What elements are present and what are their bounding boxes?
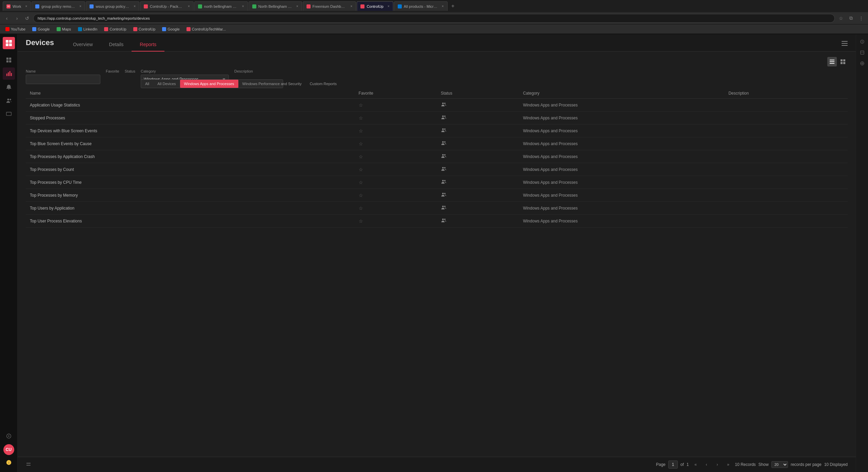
right-icon-3-icon bbox=[860, 61, 865, 66]
tab-close[interactable]: × bbox=[77, 4, 81, 8]
list-view-button[interactable] bbox=[827, 57, 837, 66]
svg-rect-8 bbox=[6, 74, 7, 76]
reload-button[interactable]: ↺ bbox=[23, 14, 31, 22]
row-favorite-7[interactable]: ☆ bbox=[355, 189, 437, 202]
header-menu-button[interactable] bbox=[842, 41, 848, 47]
bookmark-google2[interactable]: Google bbox=[159, 25, 182, 33]
star-icon[interactable]: ☆ bbox=[359, 141, 363, 146]
row-name-7[interactable]: Top Processes by Memory bbox=[26, 189, 355, 202]
bookmark-maps[interactable]: Maps bbox=[54, 25, 74, 33]
sidebar-item-profile[interactable]: CU bbox=[3, 444, 14, 455]
row-favorite-8[interactable]: ☆ bbox=[355, 202, 437, 215]
star-icon[interactable]: ☆ bbox=[359, 218, 363, 224]
extensions-button[interactable]: ⧉ bbox=[847, 14, 855, 22]
tab-close[interactable]: × bbox=[240, 4, 244, 8]
row-name-0[interactable]: Application Usage Statistics bbox=[26, 99, 355, 112]
row-favorite-0[interactable]: ☆ bbox=[355, 99, 437, 112]
row-name-4[interactable]: Top Processes by Application Crash bbox=[26, 150, 355, 163]
star-icon[interactable]: ☆ bbox=[359, 102, 363, 108]
star-icon[interactable]: ☆ bbox=[359, 180, 363, 185]
row-name-2[interactable]: Top Devices with Blue Screen Events bbox=[26, 124, 355, 137]
bookmark-youtube[interactable]: YouTube bbox=[3, 25, 28, 33]
bookmark-controlup2[interactable]: ControlUp bbox=[131, 25, 158, 33]
right-icon-1[interactable] bbox=[857, 37, 867, 46]
cat-tab-all[interactable]: All bbox=[141, 80, 153, 88]
tab-golf1[interactable]: north bellingham golf course - ... × bbox=[194, 1, 248, 11]
sidebar-item-users[interactable] bbox=[3, 95, 15, 107]
back-button[interactable]: ‹ bbox=[3, 14, 11, 22]
star-icon[interactable]: ☆ bbox=[359, 167, 363, 172]
tab-close[interactable]: × bbox=[440, 4, 444, 8]
name-filter-input[interactable] bbox=[26, 75, 100, 84]
prev-page-button[interactable]: ‹ bbox=[702, 460, 710, 469]
tab-freemium[interactable]: Freemium Dashboard • Freemi... × bbox=[303, 1, 356, 11]
tab-close[interactable]: × bbox=[23, 4, 27, 8]
cat-tab-all-devices[interactable]: All Devices bbox=[153, 80, 180, 88]
tab-reports[interactable]: Reports bbox=[132, 39, 164, 51]
star-icon[interactable]: ☆ bbox=[359, 193, 363, 198]
row-favorite-9[interactable]: ☆ bbox=[355, 215, 437, 228]
tab-details[interactable]: Details bbox=[101, 39, 132, 51]
per-page-select[interactable]: 20 50 100 bbox=[771, 461, 788, 468]
bookmark-controlup1[interactable]: ControlUp bbox=[101, 25, 129, 33]
bookmark-button[interactable]: ☆ bbox=[837, 14, 845, 22]
row-name-6[interactable]: Top Processes by CPU Time bbox=[26, 176, 355, 189]
sidebar-item-dashboard[interactable] bbox=[3, 54, 15, 66]
cat-tab-windows-perf[interactable]: Windows Performance and Security bbox=[238, 80, 306, 88]
tab-golf2[interactable]: North Bellingham Golf Course × bbox=[249, 1, 302, 11]
first-page-button[interactable]: « bbox=[691, 460, 699, 469]
cat-tab-windows-apps[interactable]: Windows Apps and Processes bbox=[180, 80, 238, 88]
right-icon-3[interactable] bbox=[857, 59, 867, 68]
sidebar-item-notifications[interactable]: ! bbox=[3, 456, 15, 469]
address-bar[interactable]: https://app.controlup.com/controlup_tech… bbox=[33, 14, 835, 23]
grid-view-button[interactable] bbox=[838, 57, 848, 66]
current-page[interactable]: 1 bbox=[668, 460, 678, 469]
row-name-8[interactable]: Top Users by Application bbox=[26, 202, 355, 215]
row-favorite-4[interactable]: ☆ bbox=[355, 150, 437, 163]
row-favorite-6[interactable]: ☆ bbox=[355, 176, 437, 189]
row-name-9[interactable]: Top User Process Elevations bbox=[26, 215, 355, 228]
tab-close[interactable]: × bbox=[132, 4, 136, 8]
tab-close[interactable]: × bbox=[386, 4, 390, 8]
bookmark-linkedin[interactable]: LinkedIn bbox=[75, 25, 100, 33]
last-page-button[interactable]: » bbox=[724, 460, 732, 469]
tab-controlup-active[interactable]: ControlUp × bbox=[357, 1, 393, 11]
tab-close[interactable]: × bbox=[186, 4, 190, 8]
bookmark-google[interactable]: Google bbox=[29, 25, 52, 33]
row-name-3[interactable]: Top Blue Screen Events by Cause bbox=[26, 137, 355, 150]
menu-button[interactable]: ⋮ bbox=[857, 14, 865, 22]
star-icon[interactable]: ☆ bbox=[359, 205, 363, 211]
new-tab-button[interactable]: + bbox=[448, 1, 458, 11]
sidebar-item-monitor[interactable] bbox=[3, 108, 15, 120]
row-description-1 bbox=[724, 112, 848, 124]
tab-gpo[interactable]: group policy remote desktop - ... × bbox=[32, 1, 85, 11]
row-favorite-2[interactable]: ☆ bbox=[355, 124, 437, 137]
tab-close[interactable]: × bbox=[349, 4, 353, 8]
row-favorite-5[interactable]: ☆ bbox=[355, 163, 437, 176]
row-name-1[interactable]: Stopped Processes bbox=[26, 112, 355, 124]
cat-tab-custom[interactable]: Custom Reports bbox=[305, 80, 340, 88]
star-icon[interactable]: ☆ bbox=[359, 115, 363, 121]
tab-controlup-pkg[interactable]: ControlUp - Packaging & Pricin... × bbox=[140, 1, 194, 11]
tab-azure[interactable]: All products - Microsoft Azure ... × bbox=[394, 1, 448, 11]
sidebar-item-alerts[interactable] bbox=[3, 81, 15, 93]
tab-wsus[interactable]: wsus group policy - Search × bbox=[86, 1, 139, 11]
star-icon[interactable]: ☆ bbox=[359, 154, 363, 159]
sidebar-item-reports[interactable] bbox=[3, 67, 15, 80]
star-icon[interactable]: ☆ bbox=[359, 128, 363, 134]
bookmark-label: ControlUp bbox=[110, 27, 126, 31]
tab-favicon-cu-active bbox=[360, 4, 364, 8]
bookmark-cutech[interactable]: ControlUpTechMar... bbox=[184, 25, 229, 33]
next-page-button[interactable]: › bbox=[713, 460, 721, 469]
row-favorite-1[interactable]: ☆ bbox=[355, 112, 437, 124]
forward-button[interactable]: › bbox=[13, 14, 21, 22]
tab-overview[interactable]: Overview bbox=[65, 39, 101, 51]
row-favorite-3[interactable]: ☆ bbox=[355, 137, 437, 150]
svg-point-41 bbox=[442, 193, 444, 194]
tab-close[interactable]: × bbox=[294, 4, 298, 8]
app-logo[interactable] bbox=[3, 37, 15, 49]
row-name-5[interactable]: Top Processes by Count bbox=[26, 163, 355, 176]
tab-work[interactable]: W Work × bbox=[3, 1, 31, 11]
sidebar-item-settings[interactable] bbox=[3, 430, 15, 442]
right-icon-2[interactable] bbox=[857, 48, 867, 57]
